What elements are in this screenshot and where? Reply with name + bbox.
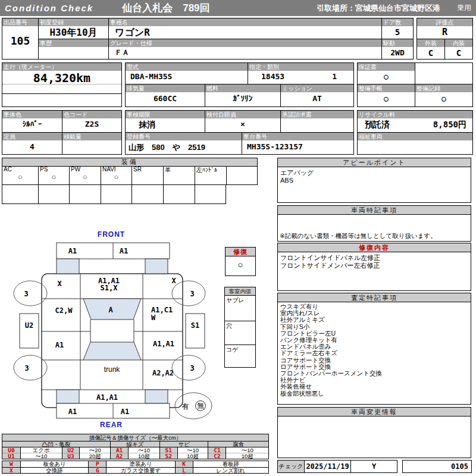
special-notes-box: 車両特記事項 ※記載のない書類・機器等は無しとして取り扱います。 bbox=[277, 205, 471, 242]
legend-code: P bbox=[88, 461, 106, 467]
trunk-label: trunk bbox=[104, 365, 121, 374]
field-blank bbox=[415, 63, 472, 84]
assessment-line: 板金部状態悪し bbox=[280, 390, 468, 397]
legend-code: A1 bbox=[110, 447, 128, 453]
interior-grade-value: C bbox=[445, 48, 472, 58]
body-color-value: ｼﾙﾊﾞｰ bbox=[2, 120, 62, 129]
doors-value: 5 bbox=[382, 27, 413, 37]
field-transmission: ミッション AT bbox=[280, 84, 353, 107]
legend-title: 損傷記号＆損傷サイズ（〜最大cm） bbox=[2, 434, 268, 441]
equipment-cell-ac: AC ○ bbox=[2, 166, 38, 184]
fuel-value: ｶﾞｿﾘﾝ bbox=[205, 94, 280, 103]
field-inspection-expiry: 車検期限 抹消 bbox=[126, 111, 205, 132]
damage-windshield: A bbox=[108, 306, 113, 314]
body-color-label: 車体色 bbox=[2, 111, 62, 118]
special-notes-header: 車両特記事項 bbox=[278, 206, 471, 215]
field-capacity: 定員 4 bbox=[2, 132, 62, 154]
damage-wheel-rear-left: 3 bbox=[24, 364, 29, 372]
designation-number: 18453 bbox=[261, 72, 284, 81]
rear-direction-label: REAR bbox=[100, 421, 123, 429]
change-info-box: 車両変更情報 bbox=[277, 407, 471, 458]
first-registration-label: 初度登録 bbox=[39, 18, 108, 26]
appeal-points-box: アピールポイント エアバッグ ABS bbox=[277, 158, 471, 203]
equipment-cell-leather: 革 bbox=[163, 166, 195, 184]
chassis-number-label: 車台番号 bbox=[242, 133, 353, 140]
assessment-line: 社外アルミキズ bbox=[280, 317, 468, 323]
brand-logo: Condition Check bbox=[5, 3, 93, 13]
equipment-cell-sr: SR bbox=[131, 166, 163, 184]
legend-code: S1 bbox=[159, 447, 177, 453]
field-approval-request: 承認請求書 bbox=[280, 111, 353, 132]
damage-rear-quarter-right: A2,A2 bbox=[152, 369, 174, 377]
recycle-box: リサイクル料 預託済 8,850円 福祉車両 bbox=[357, 110, 473, 155]
equipment-label: AC bbox=[2, 166, 38, 173]
legend-desc: 交換跡 bbox=[20, 467, 88, 473]
field-maintenance-book: 整備手帳 ○ bbox=[358, 84, 415, 107]
maintenance-record-label: 整備記録 bbox=[415, 84, 472, 92]
designation-label: 指定・類別 bbox=[248, 63, 353, 71]
sheet-number: 0105 bbox=[403, 461, 471, 472]
odometer-label: 走行（現メーター） bbox=[2, 63, 121, 71]
appeal-points-header: アピールポイント bbox=[278, 158, 471, 167]
divider bbox=[101, 185, 101, 203]
damage-legend-table: 損傷記号＆損傷サイズ（〜最大cm） 凸凹・亀裂 線キズ サビ 腐食 U0 エクボ… bbox=[2, 434, 269, 459]
damage-sill-right: S1 bbox=[191, 321, 199, 330]
repair-mark: ○ bbox=[226, 256, 255, 270]
interior-trim-header: 客室内張 bbox=[225, 287, 255, 296]
rating-value: R bbox=[417, 27, 472, 37]
headlight-left bbox=[57, 259, 79, 274]
legend-code: W bbox=[2, 461, 20, 467]
divider bbox=[195, 185, 195, 203]
repair-details-header: 修復内容 bbox=[278, 243, 471, 252]
insurance-label: 検付自賠責 bbox=[205, 111, 280, 118]
equipment-cell-navi: NAVI ○ bbox=[101, 166, 131, 184]
equipment-cell-lhd: 左ﾊﾝﾄﾞﾙ bbox=[195, 166, 226, 184]
insurance-mark: × bbox=[205, 120, 280, 129]
interior-trim-box: 客室内張 ヤブレ 穴 コゲ bbox=[224, 287, 256, 368]
front-direction-label: FRONT bbox=[98, 230, 125, 239]
drive-label: 駆動 bbox=[382, 39, 413, 47]
equipment-mark: ○ bbox=[70, 173, 101, 181]
maintenance-record-mark: ○ bbox=[415, 94, 472, 103]
field-doors: ドア数 5 bbox=[381, 18, 413, 39]
history-label: 車歴 bbox=[39, 39, 108, 47]
damage-rear-panel: A1,A1 bbox=[96, 393, 118, 402]
pickup-location: 引取場所：宮城県仙台市宮城野区港 bbox=[317, 3, 440, 14]
equipment-cell-extra bbox=[226, 166, 257, 184]
equipment-cell-pw: PW ○ bbox=[69, 166, 101, 184]
field-history: 車歴 bbox=[38, 39, 108, 59]
check-label: チェック bbox=[278, 461, 304, 472]
legend-group-dents: 凸凹・亀裂 bbox=[2, 441, 110, 447]
field-registration-number: 登録番号 山形 580 や 2519 bbox=[126, 132, 242, 154]
equipment-mark: ○ bbox=[101, 173, 131, 181]
damage-front-door-right-2: W bbox=[151, 314, 156, 322]
assessment-notes-header: 査定特記事項 bbox=[278, 293, 471, 302]
taillight-right bbox=[145, 390, 168, 403]
registration-box: 車検期限 抹消 検付自賠責 × 承認請求書 登録番号 山形 580 や 2519… bbox=[125, 110, 354, 155]
interior-trim-burn: コゲ bbox=[225, 345, 255, 368]
interior-grade-label: 内装 bbox=[445, 39, 472, 47]
legend-code: L bbox=[175, 467, 193, 473]
model-name-value: ワゴンR bbox=[109, 27, 381, 39]
transmission-value: AT bbox=[281, 94, 353, 103]
field-grade: グレード・仕様 ＦＡ bbox=[108, 39, 381, 59]
color-capacity-box: 車体色 ｼﾙﾊﾞｰ 色コード Z2S 定員 4 積載量 bbox=[2, 110, 122, 155]
odometer-box: 走行（現メーター） 84,320km bbox=[2, 62, 122, 107]
car-outline bbox=[14, 243, 212, 419]
equipment-label: PS bbox=[39, 166, 69, 173]
damage-marks-table: W 板金あり P 塗装あり K 看板跡 X 交換跡 G ガラス交換要す L レン… bbox=[2, 461, 269, 474]
check-box: チェック 2025/11/19 Y bbox=[277, 460, 397, 473]
headlight-right bbox=[145, 259, 168, 274]
legend-code: U2 bbox=[62, 447, 80, 453]
spare-absent-label: 無 bbox=[197, 402, 204, 410]
legend-desc: 塗装あり bbox=[106, 461, 174, 467]
registration-number-label: 登録番号 bbox=[126, 133, 242, 140]
damage-wheel-front-right: 3 bbox=[190, 290, 194, 298]
legend-desc: 〜10 bbox=[128, 447, 159, 453]
rear-window bbox=[83, 342, 141, 360]
divider bbox=[69, 185, 70, 203]
damage-wheel-front-left: 3 bbox=[24, 290, 28, 298]
field-lot-number: 出品番号 105 bbox=[2, 18, 38, 59]
legend-code: C2 bbox=[208, 453, 226, 459]
doors-label: ドア数 bbox=[382, 18, 413, 26]
